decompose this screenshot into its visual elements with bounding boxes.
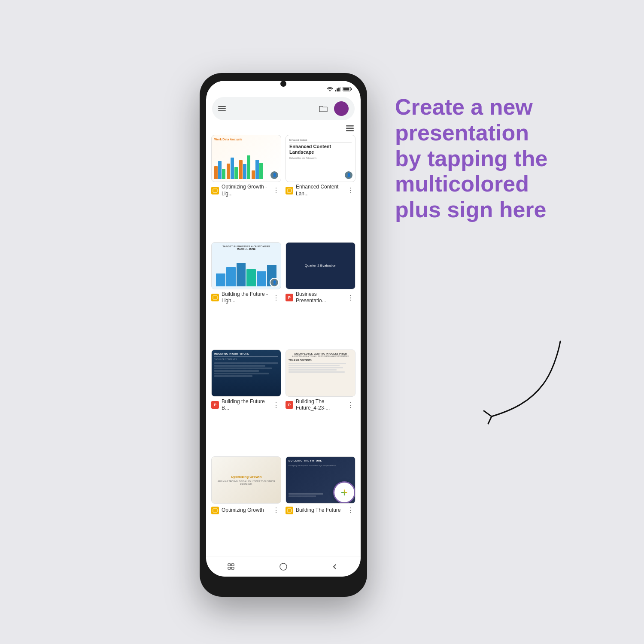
slides-icon-2 — [286, 187, 293, 194]
slides-icon-7 — [211, 507, 219, 514]
annotation-text: Create a newpresentationby tapping themu… — [395, 94, 618, 223]
slide-card-1[interactable]: Work Data Analysis — [211, 135, 281, 238]
slides-grid: Work Data Analysis — [206, 135, 361, 556]
slide-card-2[interactable]: Enhanced Content Enhanced Content Landsc… — [286, 135, 355, 238]
svg-rect-1 — [335, 90, 336, 91]
annotation-area: Create a newpresentationby tapping themu… — [395, 94, 618, 223]
hamburger-icon[interactable] — [218, 106, 226, 111]
plus-sign: + — [341, 486, 348, 498]
svg-rect-15 — [213, 509, 217, 512]
avatar-badge-3: 👤 — [270, 278, 279, 287]
ppt-icon-5: P — [211, 401, 219, 409]
slide-title-6: Building The Future_4-23-... — [296, 398, 343, 412]
slide-info-5: P Building the Future B... ⋮ — [211, 397, 281, 413]
recents-icon — [228, 563, 236, 570]
svg-rect-13 — [287, 189, 292, 192]
ppt-icon-4: P — [286, 294, 293, 301]
arrow-svg — [457, 333, 577, 427]
slide-title-7: Optimizing Growth — [222, 507, 268, 514]
svg-rect-16 — [287, 509, 292, 512]
svg-rect-2 — [337, 88, 338, 91]
home-button[interactable] — [275, 558, 292, 575]
slide-title-2: Enhanced Content Lan... — [296, 184, 343, 197]
more-button-7[interactable]: ⋮ — [271, 505, 281, 515]
user-avatar[interactable] — [334, 101, 349, 116]
svg-point-0 — [329, 90, 331, 91]
folder-icon-button[interactable] — [317, 102, 330, 115]
slide-card-6[interactable]: AN EMPLOYEE-CENTRIC PROCESS PITCH A COMP… — [286, 349, 355, 453]
svg-rect-3 — [338, 88, 340, 91]
list-view-icon[interactable] — [346, 125, 354, 131]
slides-icon-1 — [211, 187, 219, 194]
avatar-badge-2: 👤 — [344, 170, 353, 180]
ppt-icon-6: P — [286, 401, 293, 409]
slide-info-7: Optimizing Growth ⋮ — [211, 504, 281, 516]
svg-rect-12 — [214, 190, 216, 190]
phone-screen: Work Data Analysis — [206, 81, 361, 577]
slide-card-8[interactable]: BUILDING THE FUTURE A company with appro… — [286, 456, 355, 556]
slide-title-5: Building the Future B... — [222, 398, 268, 412]
slide-title-4: Business Presentatio... — [296, 291, 343, 304]
svg-rect-17 — [228, 564, 231, 566]
slides-icon-3 — [211, 294, 219, 301]
svg-rect-4 — [340, 87, 341, 91]
slide-title-3: Building the Future - Ligh... — [222, 291, 268, 304]
svg-rect-19 — [228, 567, 231, 569]
bottom-nav — [206, 556, 361, 577]
svg-rect-14 — [213, 296, 217, 299]
battery-icon — [343, 87, 352, 91]
slide-thumb-5: INVESTING IN OUR FUTURE TABLE OF CONTENT… — [211, 349, 281, 397]
more-button-1[interactable]: ⋮ — [271, 185, 281, 195]
sort-bar — [206, 124, 361, 135]
more-button-8[interactable]: ⋮ — [345, 505, 355, 515]
svg-rect-20 — [231, 567, 234, 569]
svg-rect-10 — [346, 130, 354, 131]
wifi-icon — [327, 87, 333, 91]
search-bar[interactable] — [212, 97, 355, 120]
more-button-6[interactable]: ⋮ — [345, 400, 355, 410]
slide-info-4: P Business Presentatio... ⋮ — [286, 289, 355, 305]
slide-card-7[interactable]: Optimizing Growth APPLYING TECHNOLOGICAL… — [211, 456, 281, 556]
svg-rect-6 — [343, 88, 349, 90]
svg-point-21 — [280, 563, 287, 570]
more-button-5[interactable]: ⋮ — [271, 400, 281, 410]
home-icon — [279, 563, 287, 571]
slide-info-1: Optimizing Growth - Lig... ⋮ — [211, 182, 281, 198]
back-button[interactable] — [326, 558, 343, 575]
more-button-4[interactable]: ⋮ — [345, 293, 355, 303]
svg-rect-9 — [346, 128, 354, 129]
svg-rect-18 — [231, 564, 234, 566]
slide-info-6: P Building The Future_4-23-... ⋮ — [286, 397, 355, 413]
folder-icon — [319, 105, 328, 112]
slide-thumb-7: Optimizing Growth APPLYING TECHNOLOGICAL… — [211, 456, 281, 504]
slides-icon-8 — [286, 507, 293, 514]
slide-thumb-6: AN EMPLOYEE-CENTRIC PROCESS PITCH A COMP… — [286, 349, 355, 397]
slide-info-3: Building the Future - Ligh... ⋮ — [211, 289, 281, 305]
slide-thumb-3: TARGET BUSINESSES & CUSTOMERSMARCH - JUN… — [211, 242, 281, 289]
svg-rect-7 — [351, 88, 352, 90]
slide-info-2: Enhanced Content Lan... ⋮ — [286, 182, 355, 198]
new-presentation-fab[interactable]: + — [333, 481, 355, 504]
slide-thumb-2: Enhanced Content Enhanced Content Landsc… — [286, 135, 355, 182]
slide-title-1: Optimizing Growth - Lig... — [222, 184, 268, 197]
recent-apps-button[interactable] — [223, 558, 240, 575]
phone-shell: Work Data Analysis — [200, 73, 367, 597]
back-icon — [331, 563, 338, 570]
camera-notch — [280, 81, 286, 87]
avatar-badge-1: 👤 — [270, 170, 279, 180]
slide-thumb-8: BUILDING THE FUTURE A company with appro… — [286, 456, 355, 504]
slide-thumb-1: Work Data Analysis — [211, 135, 281, 182]
list-icon — [346, 125, 354, 131]
slide-title-8: Building The Future — [296, 507, 343, 514]
slide-card-3[interactable]: TARGET BUSINESSES & CUSTOMERSMARCH - JUN… — [211, 242, 281, 345]
status-icons — [327, 87, 352, 91]
svg-rect-8 — [346, 125, 354, 127]
slide-card-5[interactable]: INVESTING IN OUR FUTURE TABLE OF CONTENT… — [211, 349, 281, 453]
signal-icon — [335, 87, 341, 91]
more-button-2[interactable]: ⋮ — [345, 185, 355, 195]
more-button-3[interactable]: ⋮ — [271, 293, 281, 303]
slide-info-8: Building The Future ⋮ — [286, 504, 355, 516]
slide-card-4[interactable]: Quarter 2 Evaluation P Business Presenta… — [286, 242, 355, 345]
svg-rect-11 — [213, 189, 217, 192]
slide-thumb-4: Quarter 2 Evaluation — [286, 242, 355, 289]
